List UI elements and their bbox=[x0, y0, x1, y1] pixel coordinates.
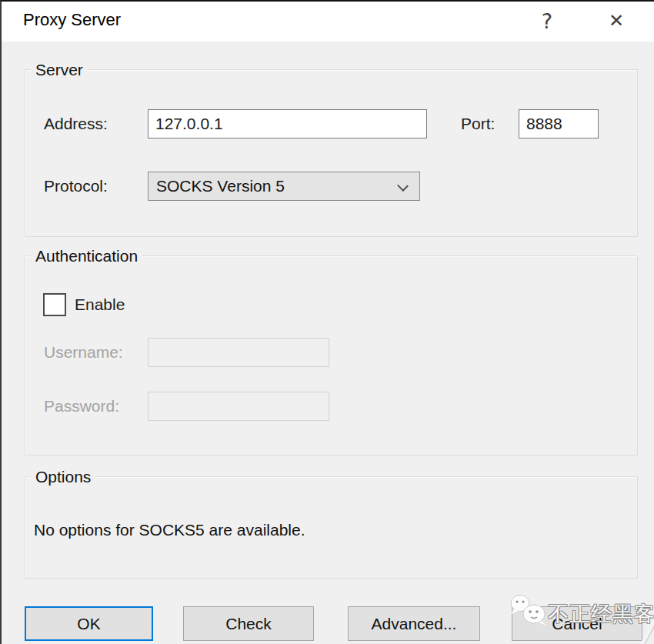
options-message: No options for SOCKS5 are available. bbox=[34, 521, 305, 539]
port-input[interactable] bbox=[519, 109, 599, 138]
port-label: Port: bbox=[461, 115, 495, 133]
ok-button-label: OK bbox=[77, 615, 100, 633]
password-label: Password: bbox=[44, 397, 119, 415]
server-group-legend: Server bbox=[31, 60, 88, 79]
enable-checkbox[interactable] bbox=[43, 293, 66, 316]
check-button[interactable]: Check bbox=[183, 606, 314, 641]
protocol-selected-value: SOCKS Version 5 bbox=[156, 177, 285, 195]
server-group: Server bbox=[25, 69, 638, 237]
chevron-down-icon bbox=[397, 180, 409, 192]
authentication-group-legend: Authentication bbox=[31, 246, 142, 265]
cancel-button[interactable]: Cancel bbox=[512, 606, 642, 641]
options-group-legend: Options bbox=[31, 467, 95, 486]
proxy-server-dialog: Proxy Server ? ✕ Server Address: Port: P… bbox=[0, 0, 654, 644]
advanced-button[interactable]: Advanced... bbox=[348, 606, 480, 641]
advanced-button-label: Advanced... bbox=[372, 615, 457, 633]
close-icon: ✕ bbox=[609, 10, 624, 32]
titlebar: Proxy Server ? ✕ bbox=[2, 2, 654, 42]
address-input[interactable] bbox=[148, 109, 427, 138]
cancel-button-label: Cancel bbox=[552, 615, 602, 633]
enable-label: Enable bbox=[75, 295, 125, 314]
username-input bbox=[148, 338, 329, 367]
help-button[interactable]: ? bbox=[532, 6, 562, 35]
dialog-title: Proxy Server bbox=[23, 10, 121, 30]
ok-button[interactable]: OK bbox=[25, 606, 153, 641]
check-button-label: Check bbox=[225, 615, 272, 633]
protocol-label: Protocol: bbox=[44, 177, 108, 195]
password-input bbox=[148, 392, 329, 421]
close-button[interactable]: ✕ bbox=[602, 6, 631, 35]
address-label: Address: bbox=[44, 115, 108, 133]
help-icon: ? bbox=[542, 9, 552, 33]
username-label: Username: bbox=[44, 343, 123, 362]
protocol-dropdown[interactable]: SOCKS Version 5 bbox=[148, 172, 420, 201]
